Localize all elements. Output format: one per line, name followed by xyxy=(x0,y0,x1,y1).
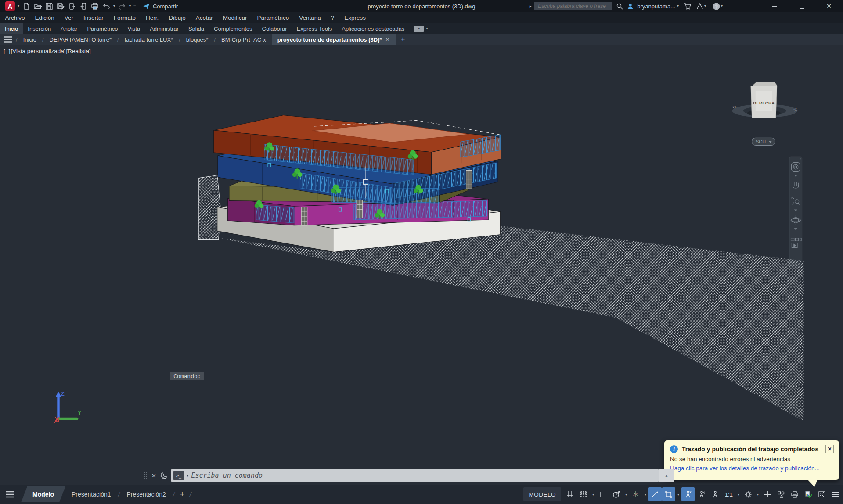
search-expand-icon[interactable]: ▸ xyxy=(530,4,532,9)
ribbon-tab-aplicaciones[interactable]: Aplicaciones destacadas xyxy=(337,23,409,34)
customization-menu-icon[interactable] xyxy=(829,487,842,501)
share-button[interactable]: Compartir xyxy=(142,2,178,10)
open-file-icon[interactable] xyxy=(33,2,42,11)
open-from-mobile-icon[interactable] xyxy=(68,2,76,11)
file-tabs-menu-icon[interactable] xyxy=(0,36,16,43)
menu-modificar[interactable]: Modificar xyxy=(218,14,252,21)
menu-ventana[interactable]: Ventana xyxy=(294,14,326,21)
annotation-scale-value[interactable]: 1:1 xyxy=(722,487,735,501)
autodesk-logo-icon[interactable] xyxy=(695,2,704,11)
annotation-visibility-icon[interactable] xyxy=(681,487,695,501)
plot-details-icon[interactable] xyxy=(802,487,815,501)
menu-formato[interactable]: Formato xyxy=(108,14,140,21)
redo-icon[interactable] xyxy=(118,2,126,11)
ribbon-tab-inicio[interactable]: Inicio xyxy=(0,23,23,34)
file-tab-inicio[interactable]: Inicio xyxy=(18,34,42,45)
polar-dropdown-icon[interactable]: ▾ xyxy=(623,493,629,497)
space-mode-button[interactable]: MODELO xyxy=(523,487,561,501)
ribbon-tab-parametrico[interactable]: Paramétrico xyxy=(82,23,122,34)
restore-button[interactable] xyxy=(793,0,811,12)
help-icon[interactable]: ? xyxy=(712,2,721,11)
workspace-gear-icon[interactable] xyxy=(742,487,755,501)
plot-printer-icon[interactable] xyxy=(788,487,801,501)
app-menu-dropdown-icon[interactable]: ▾ xyxy=(18,4,19,8)
menu-ayuda[interactable]: ? xyxy=(326,14,339,21)
command-recent-dropdown-icon[interactable]: ▾ xyxy=(187,473,189,478)
command-bar-close-icon[interactable]: ✕ xyxy=(151,472,156,479)
file-tab-departamento-torre[interactable]: DEPARTAMENTO torre* xyxy=(44,34,117,45)
object-snap-icon[interactable] xyxy=(662,487,675,501)
scale-dropdown-icon[interactable]: ▾ xyxy=(736,493,741,497)
ribbon-tab-anotar[interactable]: Anotar xyxy=(56,23,82,34)
undo-icon[interactable] xyxy=(102,2,111,11)
menu-dibujo[interactable]: Dibujo xyxy=(164,14,191,21)
menu-parametrico[interactable]: Paramétrico xyxy=(252,14,294,21)
file-tab-proyecto-torre-active[interactable]: proyecto torre de departamentos (3D)* ✕ xyxy=(272,34,396,45)
drawing-canvas[interactable]: [−] [Vista personalizada] [Realista] xyxy=(0,45,843,485)
layout-tab-presentacion2[interactable]: Presentación2 xyxy=(120,491,172,498)
layout-tab-presentacion1[interactable]: Presentación1 xyxy=(65,491,117,498)
new-drawing-tab-button[interactable]: + xyxy=(396,35,411,44)
user-avatar-icon[interactable] xyxy=(626,2,634,11)
command-scroll-up-button[interactable]: ▲ xyxy=(659,469,674,482)
menu-express[interactable]: Express xyxy=(339,14,371,21)
menu-ver[interactable]: Ver xyxy=(59,14,78,21)
ribbon-state-dropdown-icon[interactable]: ▾ xyxy=(426,27,428,30)
autodesk-dropdown-icon[interactable]: ▾ xyxy=(704,4,706,8)
annotation-scale-icon[interactable] xyxy=(709,487,722,501)
polar-tracking-icon[interactable] xyxy=(610,487,623,501)
workspace-dropdown-icon[interactable]: ▾ xyxy=(755,493,760,497)
object-snap-dropdown-icon[interactable]: ▾ xyxy=(676,493,681,497)
command-input[interactable]: >_ ▾ Escriba un comando xyxy=(171,469,659,482)
command-customize-wrench-icon[interactable] xyxy=(160,472,167,479)
ribbon-state-button[interactable]: ▾ xyxy=(414,26,424,32)
model-3d-view[interactable]: N S DERECHA SCU xyxy=(0,45,843,485)
navigation-bar[interactable] xyxy=(789,157,802,268)
snap-toggle-icon[interactable] xyxy=(577,487,590,501)
isometric-drafting-icon[interactable] xyxy=(629,487,642,501)
redo-dropdown-icon[interactable]: ▾ xyxy=(129,4,131,8)
ribbon-tab-complementos[interactable]: Complementos xyxy=(209,23,257,34)
file-tab-bm-crp-prt[interactable]: BM-Crp-Prt_AC-x xyxy=(216,34,272,45)
user-name[interactable]: bryanputama... xyxy=(637,3,675,10)
menu-insertar[interactable]: Insertar xyxy=(79,14,109,21)
ribbon-tab-colaborar[interactable]: Colaborar xyxy=(257,23,292,34)
save-as-icon[interactable] xyxy=(56,2,65,11)
ribbon-tab-insercion[interactable]: Inserción xyxy=(23,23,56,34)
menu-acotar[interactable]: Acotar xyxy=(191,14,218,21)
snap-dropdown-icon[interactable]: ▾ xyxy=(591,493,596,497)
annotation-autoscale-icon[interactable] xyxy=(695,487,708,501)
app-store-cart-icon[interactable] xyxy=(683,2,692,11)
isolate-objects-icon[interactable] xyxy=(775,487,788,501)
minimize-button[interactable] xyxy=(766,0,783,12)
file-tab-close-icon[interactable]: ✕ xyxy=(385,36,390,43)
search-input[interactable] xyxy=(534,2,612,10)
user-dropdown-icon[interactable]: ▾ xyxy=(677,4,679,8)
command-bar-grip[interactable] xyxy=(144,472,148,479)
scu-button[interactable]: SCU xyxy=(752,138,775,145)
object-snap-tracking-icon[interactable] xyxy=(648,487,662,501)
help-dropdown-icon[interactable]: ▾ xyxy=(721,4,723,8)
autocad-app-icon[interactable]: A xyxy=(5,1,15,11)
isometric-dropdown-icon[interactable]: ▾ xyxy=(643,493,648,497)
customize-qat-icon[interactable]: ≡ xyxy=(133,4,136,8)
save-to-mobile-icon[interactable] xyxy=(79,2,88,11)
save-icon[interactable] xyxy=(45,2,54,11)
ribbon-tab-administrar[interactable]: Administrar xyxy=(145,23,184,34)
new-file-icon[interactable] xyxy=(22,2,31,11)
file-tab-bloques[interactable]: bloques* xyxy=(180,34,214,45)
new-layout-button[interactable]: + xyxy=(176,490,189,499)
ribbon-tab-vista[interactable]: Vista xyxy=(123,23,145,34)
toast-details-link[interactable]: Haga clic para ver los detalles de traza… xyxy=(664,462,839,472)
command-prompt-icon[interactable]: >_ xyxy=(173,471,184,480)
close-button[interactable]: ✕ xyxy=(820,0,838,12)
layout-menu-icon[interactable] xyxy=(0,490,21,498)
customization-plus-icon[interactable] xyxy=(761,487,774,501)
undo-dropdown-icon[interactable]: ▾ xyxy=(113,4,115,8)
ribbon-tab-salida[interactable]: Salida xyxy=(184,23,209,34)
layout-tab-modelo[interactable]: Modelo xyxy=(21,486,65,502)
menu-edicion[interactable]: Edición xyxy=(30,14,59,21)
menu-herr[interactable]: Herr. xyxy=(141,14,164,21)
plot-icon[interactable] xyxy=(90,2,99,11)
ortho-toggle-icon[interactable] xyxy=(596,487,609,501)
